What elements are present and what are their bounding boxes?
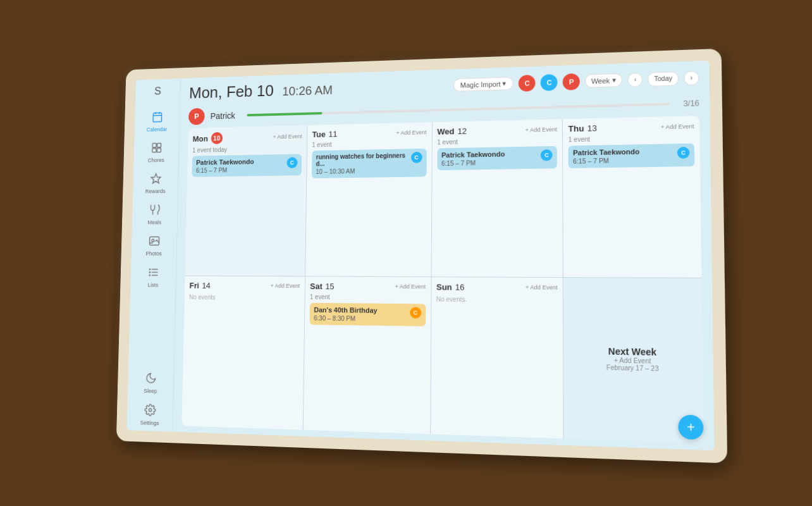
day-header-thu: Thu 13 + Add Event — [569, 121, 694, 133]
magic-import-button[interactable]: Magic Import ▾ — [453, 77, 514, 92]
tablet-frame: S Calendar Chores — [116, 49, 727, 464]
event-count-thu: 1 event — [569, 133, 694, 143]
sidebar-item-calendar[interactable]: Calendar — [135, 106, 180, 137]
sidebar-item-meals[interactable]: Meals — [132, 199, 178, 230]
main-content: Mon, Feb 10 10:26 AM Magic Import ▾ C C … — [173, 61, 714, 450]
svg-rect-5 — [157, 143, 161, 147]
event-card-wed-1[interactable]: Patrick Taekwondo 6:15 – 7 PM C — [437, 146, 557, 170]
member-avatar[interactable]: P — [188, 108, 205, 125]
sidebar-item-settings[interactable]: Settings — [126, 398, 173, 432]
sidebar-label-rewards: Rewards — [145, 188, 166, 194]
nav-prev-button[interactable]: ‹ — [628, 72, 643, 87]
today-label: Today — [654, 75, 672, 82]
add-event-fri[interactable]: + Add Event — [271, 283, 300, 289]
day-header-sat: Sat 15 + Add Event — [310, 281, 426, 292]
event-avatar-tue: C — [410, 152, 422, 163]
event-avatar-wed: C — [541, 149, 553, 161]
sidebar-item-sleep[interactable]: Sleep — [128, 367, 174, 400]
add-event-thu[interactable]: + Add Event — [661, 123, 694, 130]
sidebar-item-rewards[interactable]: Rewards — [133, 168, 178, 199]
sidebar-item-lists[interactable]: Lists — [130, 261, 176, 293]
header-date: Mon, Feb 10 — [189, 82, 274, 102]
header-right: Magic Import ▾ C C P Week ▾ ‹ Today › — [453, 69, 699, 93]
day-cell-sun: Sun 16 + Add Event No events. — [431, 277, 563, 439]
sleep-icon — [145, 372, 157, 386]
day-header-mon: Mon 10 + Add Event — [192, 130, 302, 145]
day-header-wed: Wed 12 + Add Event — [437, 124, 557, 136]
magic-import-chevron: ▾ — [503, 80, 507, 88]
add-event-tue[interactable]: + Add Event — [396, 129, 426, 136]
calendar-container: Mon 10 + Add Event 1 event today Patrick… — [173, 116, 714, 451]
add-event-sat[interactable]: + Add Event — [395, 283, 426, 290]
member-score: 3/16 — [683, 99, 699, 108]
add-event-sun[interactable]: + Add Event — [526, 284, 558, 291]
day-name-mon: Mon 10 — [192, 132, 223, 145]
chores-icon — [151, 142, 162, 156]
day-cell-tue: Tue 11 + Add Event 1 event running watch… — [305, 122, 432, 276]
avatar-c2[interactable]: C — [541, 74, 558, 91]
day-cell-thu: Thu 13 + Add Event 1 event Patrick Taekw… — [563, 116, 701, 278]
nav-next-button[interactable]: › — [684, 70, 699, 85]
member-progress-fill — [247, 112, 322, 116]
sidebar-item-photos[interactable]: Photos — [131, 230, 176, 262]
event-count-mon: 1 event today — [192, 145, 302, 154]
day-name-tue: Tue 11 — [312, 130, 337, 139]
sidebar-label-chores: Chores — [148, 157, 164, 163]
rewards-icon — [150, 173, 161, 187]
magic-import-label: Magic Import — [460, 80, 501, 89]
sidebar-label-photos: Photos — [145, 250, 161, 257]
day-cell-mon: Mon 10 + Add Event 1 event today Patrick… — [185, 125, 307, 276]
event-info: Patrick Taekwondo 6:15 – 7 PM — [441, 150, 505, 167]
event-avatar-thu: C — [677, 147, 690, 159]
member-name: Patrick — [211, 111, 235, 121]
sidebar-logo: S — [154, 85, 161, 97]
sidebar-label-calendar: Calendar — [147, 126, 168, 133]
day-cell-sat: Sat 15 + Add Event 1 event Dan's 40th Bi… — [303, 276, 431, 435]
svg-point-18 — [149, 275, 151, 276]
day-cell-wed: Wed 12 + Add Event 1 event Patrick Taekw… — [431, 119, 563, 276]
event-count-sat: 1 event — [310, 293, 426, 300]
event-card-tue-1[interactable]: running watches for beginners d... 10 – … — [312, 149, 427, 178]
event-count-wed: 1 event — [437, 137, 557, 146]
svg-rect-6 — [152, 148, 156, 152]
day-name-wed: Wed 12 — [437, 126, 467, 137]
day-name-fri: Fri 14 — [189, 281, 210, 290]
sidebar-label-settings: Settings — [140, 419, 159, 426]
sidebar-item-chores[interactable]: Chores — [133, 137, 179, 168]
event-avatar-sat: C — [410, 307, 421, 318]
sidebar: S Calendar Chores — [126, 78, 181, 432]
svg-rect-4 — [152, 144, 156, 147]
week-chevron: ▾ — [612, 76, 616, 84]
screen: S Calendar Chores — [126, 61, 714, 450]
add-event-mon[interactable]: + Add Event — [273, 133, 302, 140]
next-week-dates: February 17 – 23 — [606, 364, 659, 372]
sidebar-label-sleep: Sleep — [144, 388, 157, 394]
add-event-wed[interactable]: + Add Event — [526, 126, 557, 133]
week-label: Week — [591, 77, 610, 85]
event-card-thu-1[interactable]: Patrick Taekwondo 6:15 – 7 PM C — [569, 144, 695, 168]
settings-icon — [144, 404, 156, 418]
event-info: Dan's 40th Birthday 6:30 – 8:30 PM — [314, 305, 377, 322]
event-card-sat-1[interactable]: Dan's 40th Birthday 6:30 – 8:30 PM C — [309, 302, 425, 326]
calendar-grid: Mon 10 + Add Event 1 event today Patrick… — [181, 116, 703, 443]
avatar-c1[interactable]: C — [519, 75, 536, 92]
sidebar-label-meals: Meals — [147, 219, 161, 226]
header-date-time: Mon, Feb 10 10:26 AM — [189, 80, 333, 102]
sidebar-label-lists: Lists — [147, 282, 158, 288]
member-progress-bar — [247, 103, 670, 117]
week-selector[interactable]: Week ▾ — [585, 73, 622, 88]
svg-point-17 — [149, 272, 151, 273]
day-header-tue: Tue 11 + Add Event — [312, 127, 426, 139]
calendar-icon — [151, 111, 163, 125]
next-week-label: Next Week — [608, 346, 656, 357]
header-time: 10:26 AM — [282, 83, 333, 98]
event-avatar-mon: C — [286, 157, 297, 168]
nav-today-button[interactable]: Today — [648, 71, 679, 86]
day-header-fri: Fri 14 + Add Event — [189, 281, 300, 291]
no-events-fri: No events — [189, 293, 300, 301]
lists-icon — [147, 266, 159, 280]
event-card-mon-1[interactable]: Patrick Taekwondo 6:15 – 7 PM C — [192, 154, 302, 176]
event-info: running watches for beginners d... 10 – … — [316, 152, 409, 175]
avatar-p[interactable]: P — [563, 73, 580, 90]
fab-add-button[interactable]: + — [678, 415, 703, 440]
